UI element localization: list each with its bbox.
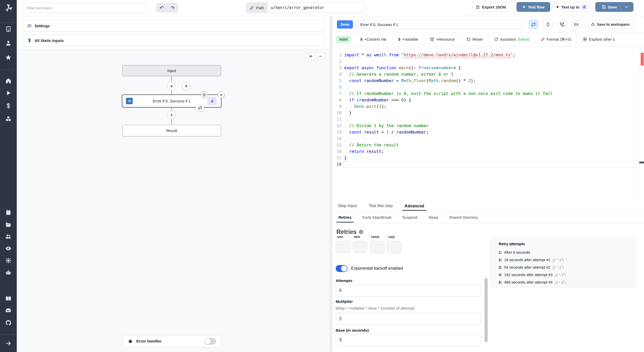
arrow-right-icon[interactable] [5,340,12,347]
home-icon[interactable] [5,77,12,84]
multiplier-help-text: delay = multiplier * base ^ (number of a… [336,306,415,310]
subtab-shared-directory[interactable]: Shared Directory [447,212,480,223]
code-editor[interactable]: 1import * as wmill from "https://deno.la… [332,47,644,203]
bed-icon[interactable] [571,20,581,29]
step-tabs: Step Input Test this step Advanced [332,203,644,212]
gear-icon[interactable] [5,257,12,264]
base-input[interactable] [336,334,481,346]
sec-input[interactable] [336,241,350,253]
undo-redo-group: ↶ ↷ [156,3,178,13]
subtab-sleep[interactable]: Sleep [426,212,440,223]
result-node[interactable]: Result [122,125,221,136]
multiplier-input[interactable] [336,313,481,325]
mobile-view-button[interactable] [543,20,553,29]
zoom-in-button[interactable] [307,52,315,60]
explore-scripts-button[interactable]: Explore other s [577,35,621,44]
assistant-button[interactable]: Assistant (Deno) [488,35,535,44]
subtab-suspend[interactable]: Suspend [400,212,419,223]
save-icon [591,22,595,26]
reset-button[interactable]: Reset [461,35,488,44]
user-icon[interactable] [5,40,12,46]
attempts-label: Attempts [336,278,352,283]
flow-settings-row[interactable]: Settings [23,20,325,32]
building-icon[interactable] [5,26,12,32]
assistant-lang-suffix: (Deno) [518,37,529,41]
export-json-button[interactable]: Export JSON [472,2,509,12]
format-button[interactable]: Format (⌘+S) [535,35,577,44]
indent-guide [346,71,346,161]
retries-scrollbar-thumb[interactable] [485,278,488,342]
subtab-retries[interactable]: Retries [336,212,354,223]
discord-icon[interactable] [5,307,12,314]
calendar-icon[interactable] [5,209,12,216]
tab-step-input[interactable]: Step Input [336,204,359,210]
add-variable-button[interactable]: $ +Variable [392,35,424,44]
all-static-inputs-row[interactable]: All Static Inputs [23,34,325,46]
test-flow-button[interactable]: Test flow [516,2,550,12]
dollar-icon: $ [360,37,362,41]
code-lines: 1import * as wmill from "https://deno.la… [332,52,639,168]
add-step-button[interactable] [167,82,176,90]
typescript-badge: TS [126,98,133,104]
play-icon[interactable] [5,90,12,96]
loop-toggle-button[interactable] [529,20,538,29]
input-node[interactable]: Input [122,65,221,76]
undo-button[interactable]: ↶ [157,5,167,11]
info-icon[interactable]: i [359,230,363,234]
redo-button[interactable]: ↷ [168,5,177,11]
retry-formula: (2 * 35) [555,280,566,285]
retry-loop-badge[interactable] [196,104,204,111]
save-to-workspace-button[interactable]: Save to workspace [585,20,635,29]
retry-attempt-row: 1: After 6 seconds [499,249,635,256]
min-input[interactable] [353,241,367,253]
test-up-to-button[interactable]: Test up to d [553,2,590,12]
rail-divider [0,23,17,23]
zoom-out-button[interactable] [316,52,325,60]
save-label: Save [608,5,617,9]
move-node-button[interactable] [201,91,208,98]
rail-divider [0,69,17,70]
error-marker [641,53,644,66]
users-icon[interactable] [5,233,12,240]
test-flow-label: Test flow [528,5,545,9]
error-handler-toggle[interactable] [204,338,216,345]
tab-advanced[interactable]: Advanced [402,204,426,211]
path-input[interactable] [268,3,366,13]
github-icon[interactable] [5,320,12,326]
robot-icon[interactable] [5,269,12,276]
retry-formula: (2 * 34) [555,272,566,277]
advanced-subtabs: Retries Early Stop/Break Suspend Sleep S… [332,212,644,223]
step-name-input[interactable] [357,20,523,29]
subtab-early-stop[interactable]: Early Stop/Break [360,212,394,223]
boxes-icon[interactable] [5,116,12,122]
path-widget: Path [246,3,366,13]
exponential-backoff-toggle[interactable] [336,265,348,272]
save-dropdown-button[interactable] [621,5,632,9]
trigger-button[interactable] [182,82,191,90]
phone-incoming-icon[interactable] [557,20,567,29]
rail-divider [0,335,17,335]
book-icon[interactable] [5,295,12,302]
add-context-var-button[interactable]: $ +Context Var [354,35,392,44]
add-resource-button[interactable]: +Resource [424,35,461,44]
bug-icon [128,339,133,344]
dollar-icon[interactable] [5,103,12,109]
add-step-button[interactable] [167,111,176,119]
flow-summary-input[interactable] [23,3,148,13]
hour-input[interactable] [370,241,385,253]
result-node-label: Result [166,128,177,133]
windmill-logo-icon[interactable] [4,3,13,13]
backoff-toggle-label: Exponential backoff enabled [351,266,403,271]
day-input[interactable] [387,241,402,253]
tab-test-this-step[interactable]: Test this step [367,204,395,210]
rotate-ccw-icon [467,37,471,41]
retry-attempts-title: Retry attempts [499,242,635,246]
save-button[interactable]: Save [597,5,621,9]
star-icon[interactable] [5,54,12,61]
panel-resize-handle[interactable] [330,16,332,352]
eye-icon[interactable] [5,245,12,252]
folder-open-icon[interactable] [5,222,12,228]
error-handler-row: Error handler [123,335,221,347]
delete-node-button[interactable] [218,91,225,98]
attempts-input[interactable] [336,284,481,296]
